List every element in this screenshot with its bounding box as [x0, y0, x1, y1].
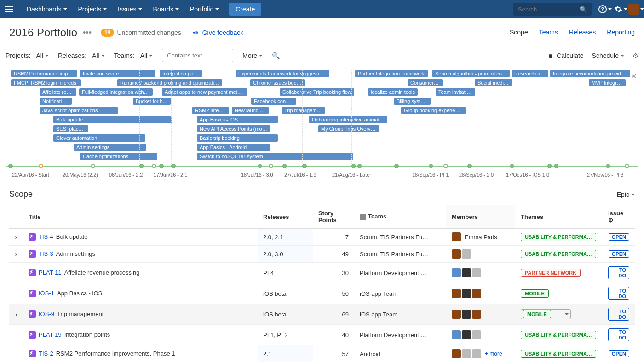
app-switcher[interactable] — [0, 6, 18, 12]
tab-teams[interactable]: Teams — [539, 25, 558, 40]
timeline-bar[interactable]: Cache optimizations — [80, 153, 157, 160]
axis-marker[interactable] — [443, 164, 448, 168]
cell-releases[interactable]: PI 4 — [258, 263, 313, 283]
axis-marker[interactable] — [282, 164, 287, 168]
timeline-bar[interactable]: Runtime / backend profiling and optimiza… — [117, 79, 222, 86]
cell-themes[interactable]: MOBILE — [515, 304, 603, 325]
timeline-bar[interactable]: New launch p… — [232, 107, 269, 114]
cell-status[interactable]: TO DO — [603, 263, 635, 283]
cell-themes[interactable]: USABILITY & PERFORMA… — [515, 246, 603, 263]
cell-members[interactable] — [446, 304, 515, 325]
filter-more[interactable]: More — [242, 52, 263, 59]
axis-marker[interactable] — [139, 164, 144, 168]
timeline-bar[interactable]: Collaborative Trip booking flow — [280, 88, 354, 96]
timeline-bar[interactable]: Consumer si… — [408, 79, 443, 86]
cell-members[interactable]: Emma Paris — [446, 229, 515, 246]
theme-tag[interactable]: PARTNER NETWORK — [521, 269, 581, 277]
cell-points[interactable]: 50 — [313, 283, 354, 304]
expand-toggle[interactable]: › — [9, 246, 23, 263]
expand-toggle[interactable] — [9, 263, 23, 283]
cell-themes[interactable]: USABILITY & PERFORMA… — [515, 325, 603, 345]
timeline-bar[interactable]: RSM2 Performance impr… — [11, 70, 77, 77]
cell-themes[interactable]: USABILITY & PERFORMA… — [515, 345, 603, 362]
timeline-settings-icon[interactable]: ⚙ — [632, 52, 638, 59]
cell-status[interactable]: OPEN — [603, 229, 635, 246]
uncommitted-label[interactable]: Uncommitted changes — [117, 29, 181, 36]
axis-marker[interactable] — [547, 164, 552, 168]
issue-key[interactable]: IOS-9 — [39, 310, 54, 317]
axis-marker[interactable] — [429, 164, 433, 168]
cell-teams[interactable]: Platform Development … — [354, 325, 446, 345]
timeline-bar[interactable]: My Group Trips Overview — [318, 125, 379, 132]
cell-status[interactable]: OPEN — [603, 246, 635, 263]
cell-status[interactable]: TO DO — [603, 304, 635, 325]
timeline-bar[interactable]: Bulk update — [53, 116, 172, 123]
cell-themes[interactable]: MOBILE — [515, 283, 603, 304]
calculate-button[interactable]: 🖩Calculate — [547, 52, 583, 59]
issue-key[interactable]: IOS-1 — [39, 290, 54, 297]
cell-releases[interactable]: 2.0, 3.0 — [258, 246, 313, 263]
theme-tag[interactable]: USABILITY & PERFORMA… — [521, 350, 596, 358]
axis-marker[interactable] — [554, 164, 558, 168]
table-row[interactable]: IOS-1App Basics - iOSiOS beta50iOS app T… — [9, 283, 635, 304]
create-button[interactable]: Create — [229, 3, 261, 16]
timeline-bar[interactable]: MVP Integrati… — [589, 79, 626, 86]
axis-marker[interactable] — [159, 164, 164, 168]
hierarchy-dropdown[interactable]: Epic — [617, 191, 635, 198]
timeline-bar[interactable]: Java-script optimizations — [40, 107, 118, 114]
tab-reporting[interactable]: Reporting — [607, 25, 635, 40]
uncommitted-badge[interactable]: 19 — [101, 29, 114, 37]
axis-marker[interactable] — [91, 164, 95, 168]
axis-marker[interactable] — [510, 164, 514, 168]
cell-releases[interactable]: 2.0, 2.1 — [258, 229, 313, 246]
timeline-bar[interactable]: Basic trip booking — [197, 134, 278, 142]
more-actions[interactable]: ••• — [83, 28, 92, 38]
cell-status[interactable]: TO DO — [603, 325, 635, 345]
cell-releases[interactable]: 2.1 — [258, 345, 313, 362]
filter-teams[interactable]: Teams: All — [114, 52, 153, 59]
timeline-bar[interactable]: localize admin tools — [368, 88, 418, 96]
expand-toggle[interactable] — [9, 283, 23, 304]
tab-releases[interactable]: Releases — [569, 25, 596, 40]
timeline-bar[interactable]: Full-fledged integration with n… — [79, 88, 153, 96]
theme-tag[interactable]: USABILITY & PERFORMA… — [521, 331, 596, 339]
cell-points[interactable]: 40 — [313, 325, 354, 345]
cell-releases[interactable]: iOS beta — [258, 304, 313, 325]
axis-marker[interactable] — [39, 164, 43, 168]
timeline-bar[interactable]: New API Access Points (mobi… — [197, 125, 270, 132]
timeline-bar[interactable]: Group booking experience — [401, 107, 466, 114]
axis-marker[interactable] — [467, 164, 472, 168]
cell-teams[interactable]: Scrum: TIS Partners Fu… — [354, 229, 446, 246]
cell-points[interactable]: 30 — [313, 263, 354, 283]
timeline-bar[interactable]: Adapt apps to new payment methods — [162, 88, 247, 96]
expand-toggle[interactable] — [9, 345, 23, 362]
nav-issues[interactable]: Issues — [113, 0, 146, 18]
timeline-bar[interactable]: Chrome issues bucket — [250, 79, 305, 86]
axis-marker[interactable] — [8, 164, 13, 168]
theme-tag[interactable]: USABILITY & PERFORMA… — [521, 250, 596, 258]
cell-releases[interactable]: iOS beta — [258, 283, 313, 304]
cell-points[interactable]: 69 — [313, 304, 354, 325]
help-menu[interactable]: ? — [597, 0, 613, 18]
search-input[interactable] — [518, 6, 580, 13]
timeline-bar[interactable]: Integration points — [160, 70, 202, 77]
search-box[interactable]: 🔍 — [513, 3, 592, 16]
axis-marker[interactable] — [351, 164, 356, 168]
timeline-bar[interactable]: Team invitations — [436, 88, 475, 96]
axis-marker[interactable] — [357, 164, 362, 168]
timeline-bar[interactable]: SES: placem… — [53, 125, 88, 132]
col-themes[interactable]: Themes — [515, 205, 603, 229]
cell-themes[interactable]: USABILITY & PERFORMA… — [515, 229, 603, 246]
timeline-bar[interactable]: Integrate accomodation provide… — [550, 70, 630, 77]
table-row[interactable]: ›IOS-9Trip managementiOS beta69iOS app T… — [9, 304, 635, 325]
feedback-link[interactable]: Give feedback — [192, 29, 244, 36]
cell-members[interactable] — [446, 263, 515, 283]
cell-status[interactable]: TO DO — [603, 283, 635, 304]
axis-marker[interactable] — [171, 164, 176, 168]
filter-text-input[interactable] — [162, 49, 233, 62]
cell-points[interactable]: 57 — [313, 345, 354, 362]
theme-tag[interactable]: MOBILE — [521, 289, 549, 298]
nav-projects[interactable]: Projects — [74, 0, 112, 18]
tab-scope[interactable]: Scope — [510, 25, 528, 40]
cell-members[interactable]: + more — [446, 345, 515, 362]
